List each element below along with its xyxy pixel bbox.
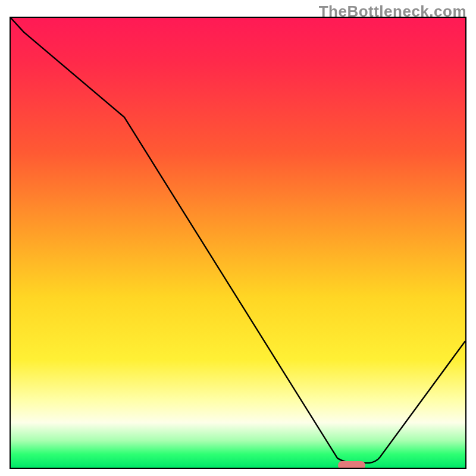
bottleneck-chart: TheBottleneck.com xyxy=(0,0,476,476)
bottleneck-curve xyxy=(11,18,465,468)
curve-path xyxy=(11,18,465,463)
optimal-marker xyxy=(338,461,365,469)
plot-area xyxy=(10,17,466,469)
